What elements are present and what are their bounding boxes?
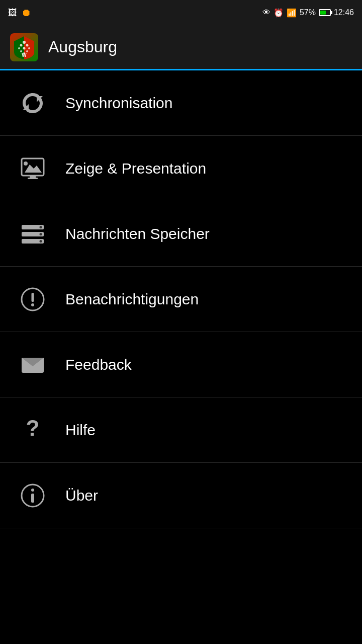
app-title: Augsburg <box>48 38 117 56</box>
svg-point-0 <box>23 41 26 44</box>
menu-item-hilfe[interactable]: ? Hilfe <box>0 397 362 463</box>
svg-point-5 <box>28 47 30 49</box>
eye-icon: 👁 <box>262 8 270 17</box>
storage-icon <box>15 221 50 247</box>
svg-point-29 <box>31 489 34 492</box>
sync-icon <box>15 90 50 116</box>
svg-point-23 <box>31 303 34 306</box>
menu-item-feedback[interactable]: Feedback <box>0 332 362 397</box>
status-bar-left: 🖼 ⏺ <box>8 7 31 19</box>
recording-icon: ⏺ <box>21 7 31 19</box>
benachrichtigungen-label: Benachrichtigungen <box>65 291 199 308</box>
svg-point-18 <box>40 226 42 228</box>
zeige-presentation-label: Zeige & Presentation <box>65 160 206 177</box>
app-logo: W <box>10 33 38 61</box>
info-icon <box>15 482 50 509</box>
svg-point-20 <box>40 240 42 243</box>
battery-icon <box>319 9 331 16</box>
gallery-icon: 🖼 <box>8 8 17 18</box>
feedback-icon <box>15 352 50 378</box>
svg-rect-13 <box>30 176 36 178</box>
svg-point-1 <box>20 44 23 46</box>
svg-text:?: ? <box>26 417 40 440</box>
nachrichten-speicher-label: Nachrichten Speicher <box>65 225 210 243</box>
menu-list: Synchronisation Zeige & Presentation <box>0 70 362 528</box>
alarm-icon: ⏰ <box>274 8 284 18</box>
svg-point-2 <box>26 44 29 46</box>
svg-rect-14 <box>28 178 38 179</box>
display-icon <box>15 155 50 182</box>
signal-icon: 📶 <box>287 8 297 18</box>
menu-item-synchronisation[interactable]: Synchronisation <box>0 70 362 136</box>
hilfe-label: Hilfe <box>65 422 96 439</box>
menu-item-nachrichten-speicher[interactable]: Nachrichten Speicher <box>0 201 362 267</box>
clock: 12:46 <box>334 8 354 17</box>
svg-rect-22 <box>32 293 34 302</box>
menu-item-benachrichtigungen[interactable]: Benachrichtigungen <box>0 267 362 332</box>
status-bar-right: 👁 ⏰ 📶 57% 12:46 <box>262 8 354 18</box>
menu-item-uber[interactable]: Über <box>0 463 362 528</box>
svg-rect-10 <box>22 158 44 176</box>
uber-label: Über <box>65 487 98 504</box>
synchronisation-label: Synchronisation <box>65 95 172 112</box>
help-icon: ? <box>15 417 50 443</box>
svg-point-3 <box>18 47 20 49</box>
svg-rect-30 <box>31 494 34 503</box>
battery-percent: 57% <box>300 8 316 17</box>
notification-icon <box>15 286 50 312</box>
svg-marker-11 <box>25 165 42 173</box>
svg-point-4 <box>23 47 26 49</box>
app-bar: W Augsburg <box>0 25 362 70</box>
status-bar: 🖼 ⏺ 👁 ⏰ 📶 57% 12:46 <box>0 0 362 25</box>
svg-point-12 <box>24 162 28 166</box>
menu-item-zeige-presentation[interactable]: Zeige & Presentation <box>0 136 362 201</box>
svg-point-19 <box>40 233 42 235</box>
svg-text:W: W <box>22 52 27 58</box>
feedback-label: Feedback <box>65 356 132 373</box>
